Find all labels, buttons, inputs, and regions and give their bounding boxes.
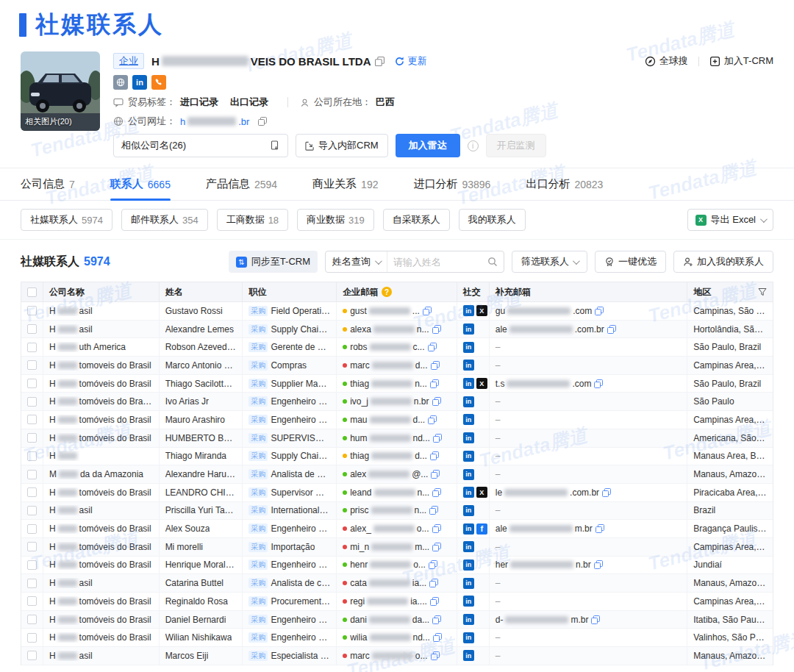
info-icon[interactable]: i bbox=[468, 140, 479, 151]
linkedin-icon[interactable]: in bbox=[463, 305, 474, 316]
copy-website-icon[interactable] bbox=[258, 117, 267, 126]
copy-icon[interactable] bbox=[429, 506, 438, 515]
name-search-input[interactable] bbox=[387, 257, 482, 268]
row-checkbox[interactable] bbox=[27, 415, 37, 424]
copy-icon[interactable] bbox=[433, 633, 442, 642]
filter-funnel-icon[interactable] bbox=[758, 287, 767, 296]
subtab-5[interactable]: 我的联系人 bbox=[459, 209, 526, 231]
select-all-checkbox[interactable] bbox=[27, 287, 37, 297]
copy-icon[interactable] bbox=[430, 451, 439, 460]
tab-0[interactable]: 公司信息7 bbox=[21, 168, 75, 201]
one-click-optimize-button[interactable]: 一键优选 bbox=[595, 251, 666, 273]
row-checkbox[interactable] bbox=[27, 397, 37, 407]
sync-tcrm-button[interactable]: ⇅ 同步至T-CRM bbox=[229, 251, 318, 273]
copy-company-name-icon[interactable] bbox=[375, 57, 385, 66]
export-record-link[interactable]: 出口记录 bbox=[230, 96, 268, 109]
row-checkbox[interactable] bbox=[27, 560, 37, 570]
import-record-link[interactable]: 进口记录 bbox=[180, 96, 218, 109]
entity-badge[interactable]: 企业 bbox=[113, 53, 144, 69]
copy-icon[interactable] bbox=[423, 307, 432, 315]
copy-icon[interactable] bbox=[602, 488, 611, 497]
linkedin-icon[interactable]: in bbox=[463, 324, 474, 335]
linkedin-icon[interactable]: in bbox=[463, 432, 474, 443]
copy-icon[interactable] bbox=[430, 379, 439, 388]
company-photo[interactable]: 相关图片(20) bbox=[21, 51, 100, 131]
help-icon[interactable]: ? bbox=[382, 287, 392, 297]
copy-icon[interactable] bbox=[432, 524, 441, 533]
linkedin-icon[interactable]: in bbox=[463, 523, 474, 535]
row-checkbox[interactable] bbox=[27, 542, 37, 551]
row-checkbox[interactable] bbox=[27, 306, 37, 315]
linkedin-icon[interactable]: in bbox=[463, 342, 474, 353]
tab-3[interactable]: 商业关系192 bbox=[312, 168, 378, 201]
filter-contacts-button[interactable]: 筛选联系人 bbox=[512, 251, 587, 273]
copy-icon[interactable] bbox=[428, 415, 437, 424]
similar-companies-select[interactable]: 相似公司名(26) bbox=[113, 134, 288, 157]
subtab-2[interactable]: 工商数据18 bbox=[217, 209, 288, 231]
linkedin-icon[interactable]: in bbox=[463, 614, 474, 625]
copy-icon[interactable] bbox=[431, 651, 440, 660]
copy-icon[interactable] bbox=[431, 470, 440, 479]
linkedin-icon[interactable]: in bbox=[132, 75, 147, 90]
row-checkbox[interactable] bbox=[27, 470, 37, 479]
linkedin-icon[interactable]: in bbox=[463, 578, 474, 589]
row-checkbox[interactable] bbox=[27, 379, 37, 388]
subtab-1[interactable]: 邮件联系人354 bbox=[121, 209, 208, 231]
tab-4[interactable]: 进口分析93896 bbox=[413, 168, 490, 201]
copy-icon[interactable] bbox=[430, 597, 439, 606]
search-icon[interactable] bbox=[482, 257, 504, 267]
website-icon[interactable] bbox=[113, 75, 128, 90]
copy-icon[interactable] bbox=[432, 615, 441, 624]
linkedin-icon[interactable]: in bbox=[463, 487, 474, 498]
linkedin-icon[interactable]: in bbox=[463, 396, 474, 407]
refresh-button[interactable]: 更新 bbox=[395, 54, 426, 68]
copy-icon[interactable] bbox=[433, 434, 442, 443]
x-twitter-icon[interactable]: X bbox=[476, 378, 487, 389]
linkedin-icon[interactable]: in bbox=[463, 378, 474, 389]
row-checkbox[interactable] bbox=[27, 433, 37, 443]
linkedin-icon[interactable]: in bbox=[463, 360, 474, 371]
x-twitter-icon[interactable]: X bbox=[476, 487, 487, 498]
linkedin-icon[interactable]: in bbox=[463, 596, 474, 607]
copy-icon[interactable] bbox=[429, 579, 438, 587]
join-radar-button[interactable]: 加入雷达 bbox=[396, 134, 460, 157]
linkedin-icon[interactable]: in bbox=[463, 414, 474, 425]
copy-icon[interactable] bbox=[432, 397, 441, 406]
copy-icon[interactable] bbox=[431, 361, 440, 370]
linkedin-icon[interactable]: in bbox=[463, 541, 474, 552]
import-crm-button[interactable]: 导入内部CRM bbox=[296, 134, 388, 157]
linkedin-icon[interactable]: in bbox=[463, 650, 474, 661]
row-checkbox[interactable] bbox=[27, 633, 37, 643]
row-checkbox[interactable] bbox=[27, 579, 37, 588]
linkedin-icon[interactable]: in bbox=[463, 469, 474, 480]
subtab-3[interactable]: 商业数据319 bbox=[297, 209, 374, 231]
name-query-dropdown[interactable]: 姓名查询 bbox=[326, 251, 387, 272]
copy-icon[interactable] bbox=[429, 560, 437, 569]
tab-5[interactable]: 出口分析20823 bbox=[526, 168, 603, 201]
global-search-link[interactable]: 全球搜 bbox=[645, 54, 688, 68]
linkedin-icon[interactable]: in bbox=[463, 505, 474, 516]
copy-icon[interactable] bbox=[596, 524, 604, 533]
row-checkbox[interactable] bbox=[27, 651, 37, 660]
linkedin-icon[interactable]: in bbox=[463, 632, 474, 643]
copy-icon[interactable] bbox=[594, 379, 603, 388]
subtab-4[interactable]: 自采联系人 bbox=[383, 209, 450, 231]
row-checkbox[interactable] bbox=[27, 487, 37, 497]
linkedin-icon[interactable]: in bbox=[463, 560, 474, 571]
facebook-icon[interactable]: f bbox=[476, 523, 487, 535]
row-checkbox[interactable] bbox=[27, 360, 37, 370]
copy-icon[interactable] bbox=[428, 343, 437, 351]
copy-icon[interactable] bbox=[432, 488, 441, 497]
copy-icon[interactable] bbox=[594, 560, 603, 569]
row-checkbox[interactable] bbox=[27, 596, 37, 606]
copy-icon[interactable] bbox=[595, 307, 604, 315]
start-monitor-button[interactable]: 开启监测 bbox=[486, 134, 546, 157]
website-link[interactable]: h .br bbox=[180, 116, 249, 127]
x-twitter-icon[interactable]: X bbox=[476, 305, 487, 316]
add-my-contacts-button[interactable]: 加入我的联系人 bbox=[673, 251, 773, 273]
export-excel-button[interactable]: X 导出 Excel bbox=[687, 209, 773, 231]
tab-2[interactable]: 产品信息2594 bbox=[206, 168, 277, 201]
phone-icon[interactable] bbox=[151, 75, 166, 90]
linkedin-icon[interactable]: in bbox=[463, 451, 474, 462]
tab-1[interactable]: 联系人6665 bbox=[110, 168, 171, 201]
